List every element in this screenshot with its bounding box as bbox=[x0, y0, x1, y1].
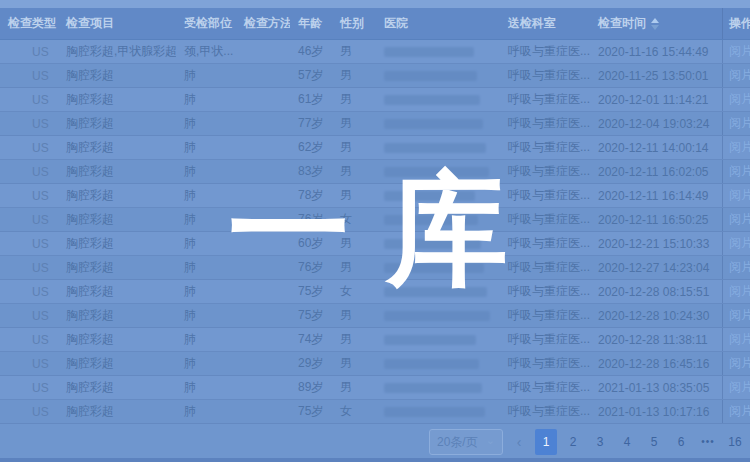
cell-body-part: 肺 bbox=[176, 280, 236, 303]
cell-gender: 男 bbox=[332, 136, 376, 159]
col-header-exam-time[interactable]: 检查时间 bbox=[590, 8, 722, 39]
view-images-link[interactable]: 阅片 bbox=[729, 403, 750, 420]
cell-exam-method bbox=[236, 400, 290, 423]
cell-hospital bbox=[376, 400, 500, 423]
col-header-label: 检查类型 bbox=[8, 15, 56, 32]
cell-department: 呼吸与重症医... bbox=[500, 376, 590, 399]
cell-age: 89岁 bbox=[290, 376, 332, 399]
cell-exam-time: 2020-12-27 14:23:04 bbox=[590, 256, 722, 279]
cell-body-part: 肺 bbox=[176, 400, 236, 423]
view-images-link[interactable]: 阅片 bbox=[729, 67, 750, 84]
cell-operation: 阅片 bbox=[722, 184, 750, 207]
cell-exam-time: 2020-12-11 14:00:14 bbox=[590, 136, 722, 159]
cell-gender: 女 bbox=[332, 400, 376, 423]
cell-hospital bbox=[376, 40, 500, 63]
col-header-department: 送检科室 bbox=[500, 8, 590, 39]
cell-body-part: 颈,甲状... bbox=[176, 40, 236, 63]
cell-age: 29岁 bbox=[290, 352, 332, 375]
table-row: US胸腔彩超肺78岁男呼吸与重症医...2020-12-11 16:14:49阅… bbox=[0, 184, 750, 208]
cell-gender: 男 bbox=[332, 64, 376, 87]
bottom-strip bbox=[0, 458, 750, 462]
view-images-link[interactable]: 阅片 bbox=[729, 115, 750, 132]
cell-exam-time: 2021-01-13 08:35:05 bbox=[590, 376, 722, 399]
top-strip bbox=[0, 0, 750, 8]
cell-body-part: 肺 bbox=[176, 184, 236, 207]
cell-operation: 阅片 bbox=[722, 328, 750, 351]
cell-gender: 男 bbox=[332, 232, 376, 255]
cell-department: 呼吸与重症医... bbox=[500, 232, 590, 255]
cell-exam-method bbox=[236, 208, 290, 231]
col-header-body-part: 受检部位 bbox=[176, 8, 236, 39]
page-button-5[interactable]: 5 bbox=[643, 429, 665, 455]
cell-exam-item: 胸腔彩超 bbox=[58, 160, 176, 183]
cell-age: 77岁 bbox=[290, 112, 332, 135]
page-button-3[interactable]: 3 bbox=[589, 429, 611, 455]
cell-exam-type: US bbox=[0, 160, 58, 183]
cell-hospital bbox=[376, 328, 500, 351]
table-row: US胸腔彩超肺77岁男呼吸与重症医...2020-12-04 19:03:24阅… bbox=[0, 112, 750, 136]
prev-page-button[interactable]: ‹ bbox=[508, 429, 530, 455]
view-images-link[interactable]: 阅片 bbox=[729, 235, 750, 252]
cell-exam-type: US bbox=[0, 88, 58, 111]
last-page-button[interactable]: 16 bbox=[724, 429, 746, 455]
cell-exam-item: 胸腔彩超 bbox=[58, 64, 176, 87]
cell-hospital bbox=[376, 184, 500, 207]
view-images-link[interactable]: 阅片 bbox=[729, 379, 750, 396]
exam-records-screen: 检查类型检查项目受检部位检查方法年龄性别医院送检科室检查时间操作 US胸腔彩超,… bbox=[0, 0, 750, 462]
page-button-2[interactable]: 2 bbox=[562, 429, 584, 455]
page-button-1[interactable]: 1 bbox=[535, 429, 557, 455]
cell-gender: 男 bbox=[332, 352, 376, 375]
view-images-link[interactable]: 阅片 bbox=[729, 43, 750, 60]
cell-department: 呼吸与重症医... bbox=[500, 400, 590, 423]
table-row: US胸腔彩超肺29岁男呼吸与重症医...2020-12-28 16:45:16阅… bbox=[0, 352, 750, 376]
hospital-redacted-bar bbox=[384, 383, 482, 393]
view-images-link[interactable]: 阅片 bbox=[729, 331, 750, 348]
cell-exam-type: US bbox=[0, 232, 58, 255]
cell-exam-time: 2020-12-11 16:14:49 bbox=[590, 184, 722, 207]
cell-operation: 阅片 bbox=[722, 232, 750, 255]
col-header-label: 检查方法 bbox=[244, 15, 290, 32]
cell-exam-method bbox=[236, 256, 290, 279]
cell-operation: 阅片 bbox=[722, 112, 750, 135]
col-header-exam-item: 检查项目 bbox=[58, 8, 176, 39]
cell-exam-item: 胸腔彩超 bbox=[58, 88, 176, 111]
view-images-link[interactable]: 阅片 bbox=[729, 187, 750, 204]
page-size-select[interactable]: 20条/页 ⌄ bbox=[429, 429, 503, 455]
table-row: US胸腔彩超肺75岁女呼吸与重症医...2021-01-13 10:17:16阅… bbox=[0, 400, 750, 424]
cell-gender: 男 bbox=[332, 40, 376, 63]
cell-exam-type: US bbox=[0, 40, 58, 63]
view-images-link[interactable]: 阅片 bbox=[729, 163, 750, 180]
view-images-link[interactable]: 阅片 bbox=[729, 355, 750, 372]
view-images-link[interactable]: 阅片 bbox=[729, 211, 750, 228]
col-header-label: 年龄 bbox=[298, 15, 322, 32]
cell-exam-item: 胸腔彩超 bbox=[58, 352, 176, 375]
cell-exam-time: 2020-12-28 16:45:16 bbox=[590, 352, 722, 375]
cell-hospital bbox=[376, 160, 500, 183]
more-pages-icon[interactable]: ••• bbox=[697, 429, 719, 455]
hospital-redacted-bar bbox=[384, 191, 475, 201]
table-row: US胸腔彩超肺83岁男呼吸与重症医...2020-12-11 16:02:05阅… bbox=[0, 160, 750, 184]
cell-body-part: 肺 bbox=[176, 352, 236, 375]
cell-operation: 阅片 bbox=[722, 376, 750, 399]
cell-exam-item: 胸腔彩超 bbox=[58, 112, 176, 135]
cell-exam-item: 胸腔彩超 bbox=[58, 304, 176, 327]
cell-exam-method bbox=[236, 40, 290, 63]
table-row: US胸腔彩超肺60岁男呼吸与重症医...2020-12-21 15:10:33阅… bbox=[0, 232, 750, 256]
cell-exam-item: 胸腔彩超 bbox=[58, 280, 176, 303]
view-images-link[interactable]: 阅片 bbox=[729, 259, 750, 276]
cell-exam-type: US bbox=[0, 208, 58, 231]
view-images-link[interactable]: 阅片 bbox=[729, 91, 750, 108]
cell-age: 46岁 bbox=[290, 40, 332, 63]
cell-department: 呼吸与重症医... bbox=[500, 184, 590, 207]
cell-department: 呼吸与重症医... bbox=[500, 88, 590, 111]
sort-carets[interactable] bbox=[651, 18, 659, 30]
cell-gender: 男 bbox=[332, 184, 376, 207]
view-images-link[interactable]: 阅片 bbox=[729, 139, 750, 156]
page-button-6[interactable]: 6 bbox=[670, 429, 692, 455]
page-button-4[interactable]: 4 bbox=[616, 429, 638, 455]
view-images-link[interactable]: 阅片 bbox=[729, 283, 750, 300]
col-header-operation: 操作 bbox=[722, 8, 750, 39]
view-images-link[interactable]: 阅片 bbox=[729, 307, 750, 324]
page-size-value: 20条/页 bbox=[437, 434, 478, 451]
cell-department: 呼吸与重症医... bbox=[500, 328, 590, 351]
